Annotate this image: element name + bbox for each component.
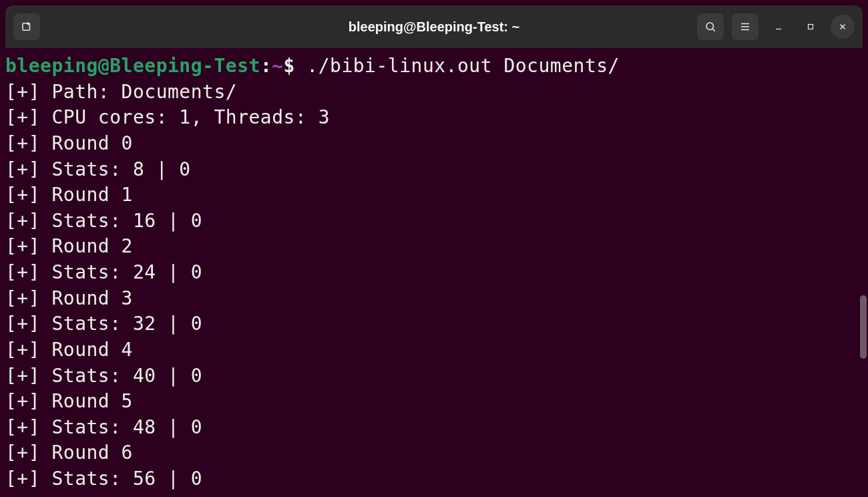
output-line: [+] Stats: 32 | 0: [5, 311, 863, 337]
search-button[interactable]: [697, 13, 724, 40]
output-line: [+] Stats: 24 | 0: [5, 260, 863, 286]
titlebar: bleeping@Bleeping-Test: ~: [5, 5, 863, 48]
output-line: [+] Stats: 56 | 0: [5, 466, 863, 492]
output-line: [+] Round 3: [5, 286, 863, 312]
terminal-body[interactable]: bleeping@Bleeping-Test:~$ ./bibi-linux.o…: [0, 48, 868, 497]
terminal-window: bleeping@Bleeping-Test: ~: [0, 0, 868, 497]
menu-button[interactable]: [732, 13, 758, 40]
command-text: [295, 55, 306, 77]
output-line: [+] Round 2: [5, 234, 863, 260]
output-line: [+] Round 6: [5, 440, 863, 466]
output-line: [+] Stats: 8 | 0: [5, 157, 863, 183]
prompt-line: bleeping@Bleeping-Test:~$ ./bibi-linux.o…: [5, 53, 863, 79]
prompt-sep2: $: [284, 55, 295, 77]
titlebar-left: [13, 13, 40, 40]
output-line: [+] Round 0: [5, 131, 863, 157]
command-text: ./bibi-linux.out Documents/: [306, 55, 620, 77]
output-line: [+] Stats: 40 | 0: [5, 363, 863, 389]
output-line: [+] CPU cores: 1, Threads: 3: [5, 105, 863, 131]
prompt-sep1: :: [260, 55, 272, 77]
titlebar-right: [697, 13, 855, 40]
prompt-user: bleeping@Bleeping-Test: [5, 55, 260, 77]
output-line: [+] Round 5: [5, 389, 863, 415]
output-line: [+] Round 1: [5, 182, 863, 208]
window-title: bleeping@Bleeping-Test: ~: [349, 19, 519, 35]
close-button[interactable]: [831, 15, 855, 39]
prompt-path: ~: [272, 55, 283, 77]
svg-rect-9: [809, 25, 813, 29]
maximize-button[interactable]: [799, 15, 823, 39]
svg-point-3: [706, 23, 714, 30]
new-tab-button[interactable]: [13, 13, 40, 40]
output-line: [+] Stats: 48 | 0: [5, 415, 863, 441]
svg-line-4: [712, 29, 715, 31]
output-line: [+] Round 4: [5, 337, 863, 363]
output-line: [+] Stats: 16 | 0: [5, 208, 863, 234]
output-line: [+] Path: Documents/: [5, 79, 863, 106]
scrollbar-thumb[interactable]: [860, 295, 867, 359]
minimize-button[interactable]: [767, 15, 791, 39]
